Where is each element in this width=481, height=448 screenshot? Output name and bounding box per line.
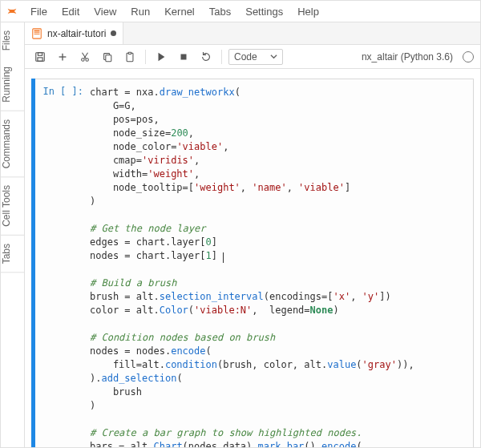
restart-button[interactable] [197, 48, 215, 66]
copy-button[interactable] [99, 48, 116, 66]
save-button[interactable] [31, 48, 49, 66]
cell-type-select[interactable]: Code [228, 49, 283, 65]
svg-rect-6 [38, 57, 42, 60]
menu-edit[interactable]: Edit [55, 3, 87, 20]
svg-rect-16 [128, 52, 131, 54]
svg-point-9 [82, 58, 85, 61]
svg-point-10 [86, 58, 89, 61]
input-prompt: In [ ]: [32, 79, 88, 447]
svg-rect-5 [38, 52, 42, 55]
add-cell-button[interactable] [54, 48, 71, 66]
menu-view[interactable]: View [87, 3, 123, 20]
menu-settings[interactable]: Settings [238, 3, 290, 20]
file-tab-label: nx-altair-tutori [47, 28, 106, 39]
code-editor[interactable]: chart = nxa.draw_networkx( G=G, pos=pos,… [88, 79, 473, 447]
notebook-area[interactable]: In [ ]: chart = nxa.draw_networkx( G=G, … [25, 69, 480, 447]
jupyter-logo [6, 5, 18, 18]
sidebar-files[interactable]: Files [1, 22, 25, 59]
unsaved-indicator-icon [111, 30, 116, 36]
menu-file[interactable]: File [23, 3, 55, 20]
tab-bar: nx-altair-tutori [25, 22, 480, 45]
svg-rect-3 [34, 34, 40, 34]
cell-type-label: Code [234, 51, 257, 63]
svg-rect-1 [34, 30, 40, 31]
svg-marker-17 [159, 52, 165, 61]
paste-button[interactable] [121, 48, 139, 66]
chevron-down-icon [270, 51, 277, 63]
sidebar-running[interactable]: Running [1, 59, 25, 111]
sidebar-cell-tools[interactable]: Cell Tools [1, 177, 25, 236]
svg-rect-4 [36, 52, 45, 61]
file-tab[interactable]: nx-altair-tutori [25, 22, 123, 44]
notebook-icon [31, 28, 42, 39]
sidebar-tabs[interactable]: Tabs [1, 236, 25, 272]
kernel-name[interactable]: nx_altair (Python 3.6) [362, 51, 453, 63]
text-cursor [223, 252, 224, 263]
menu-kernel[interactable]: Kernel [157, 3, 202, 20]
menu-help[interactable]: Help [290, 3, 326, 20]
svg-rect-2 [34, 32, 40, 33]
toolbar-divider [145, 50, 146, 64]
svg-rect-18 [181, 54, 187, 59]
menu-run[interactable]: Run [123, 3, 157, 20]
left-sidebar: Files Running Commands Cell Tools Tabs [1, 22, 25, 447]
stop-button[interactable] [175, 48, 192, 66]
sidebar-commands[interactable]: Commands [1, 111, 25, 177]
menu-tabs[interactable]: Tabs [202, 3, 238, 20]
toolbar-divider [221, 50, 222, 64]
code-cell[interactable]: In [ ]: chart = nxa.draw_networkx( G=G, … [31, 79, 474, 447]
cut-button[interactable] [76, 48, 94, 66]
svg-rect-14 [106, 54, 111, 61]
menu-bar: File Edit View Run Kernel Tabs Settings … [1, 1, 480, 22]
notebook-toolbar: Code nx_altair (Python 3.6) [25, 45, 480, 69]
kernel-status-icon[interactable] [463, 51, 474, 63]
run-button[interactable] [152, 48, 170, 66]
